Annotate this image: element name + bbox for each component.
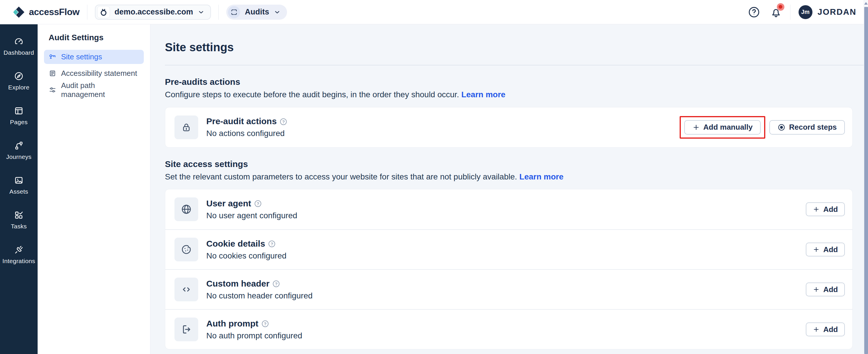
- row-subtitle: No user agent configured: [206, 211, 297, 220]
- site-selector-dropdown[interactable]: demo.accessibe.com: [95, 5, 211, 20]
- card-subtitle: No actions configured: [206, 129, 287, 138]
- cookie-icon: [175, 238, 198, 261]
- sidebar-item-assets[interactable]: Assets: [0, 175, 38, 195]
- plus-icon: [813, 286, 820, 293]
- add-manually-button[interactable]: Add manually: [684, 120, 761, 135]
- settings-sidebar: Audit Settings Site settings: [38, 24, 151, 354]
- settings-nav-label: Site settings: [61, 52, 102, 61]
- sidebar-item-tasks[interactable]: Tasks: [0, 210, 38, 230]
- settings-nav-accessibility-statement[interactable]: Accessibility statement: [44, 66, 144, 81]
- sidebar-item-pages[interactable]: Pages: [0, 106, 38, 126]
- auth-prompt-row: Auth prompt ? No auth prompt configured …: [165, 309, 852, 349]
- logout-icon: [175, 318, 198, 341]
- main-content: Site settings Pre-audits actions Configu…: [151, 24, 868, 354]
- tasks-check-icon: [14, 210, 24, 220]
- plus-icon: [692, 124, 700, 131]
- row-title: Custom header: [206, 279, 269, 289]
- record-steps-button[interactable]: Record steps: [769, 120, 845, 135]
- primary-sidebar: Dashboard Explore Pages: [0, 24, 38, 354]
- add-user-agent-button[interactable]: Add: [806, 202, 845, 216]
- section-selector-dropdown[interactable]: Audits: [226, 5, 287, 20]
- row-subtitle: No cookies configured: [206, 251, 286, 261]
- sidebar-item-integrations[interactable]: Integrations: [0, 245, 38, 265]
- scrollbar[interactable]: [864, 0, 868, 354]
- scan-icon: [228, 6, 240, 18]
- code-icon: [175, 277, 198, 301]
- info-icon[interactable]: ?: [255, 200, 261, 207]
- chevron-down-icon: [197, 9, 205, 16]
- info-icon[interactable]: ?: [269, 240, 275, 247]
- plus-icon: [813, 246, 820, 253]
- key-icon: [49, 53, 56, 61]
- divider: [790, 5, 790, 20]
- compass-icon: [14, 71, 24, 81]
- speedometer-icon: [14, 36, 24, 46]
- site-access-heading: Site access settings: [165, 159, 852, 169]
- help-circle-icon: [748, 6, 760, 18]
- divider: [87, 5, 87, 20]
- sidebar-item-explore[interactable]: Explore: [0, 71, 38, 91]
- plus-icon: [813, 206, 820, 213]
- user-name: JORDAN: [818, 7, 857, 17]
- app-window: accessFlow demo.accessibe.com: [0, 0, 868, 354]
- document-icon: [49, 69, 56, 77]
- section-selector-value: Audits: [245, 7, 269, 17]
- site-access-description: Set the relevant custom parameters to ac…: [165, 172, 852, 182]
- brand-logo: accessFlow: [13, 6, 80, 18]
- add-cookie-button[interactable]: Add: [806, 242, 845, 257]
- info-icon[interactable]: ?: [273, 281, 279, 287]
- red-highlight-annotation: Add manually: [680, 116, 765, 139]
- learn-more-link[interactable]: Learn more: [519, 172, 564, 181]
- scrollbar-thumb[interactable]: [864, 7, 868, 354]
- sidebar-item-journeys[interactable]: Journeys: [0, 141, 38, 160]
- avatar: Jm: [799, 5, 812, 19]
- notifications-button[interactable]: [770, 6, 782, 18]
- top-bar: accessFlow demo.accessibe.com: [0, 0, 868, 24]
- settings-nav-label: Audit path management: [61, 81, 139, 99]
- plug-icon: [14, 245, 24, 255]
- settings-nav-audit-path-management[interactable]: Audit path management: [44, 83, 144, 97]
- user-menu[interactable]: Jm JORDAN: [799, 5, 857, 19]
- site-access-card: User agent ? No user agent configured Ad…: [165, 189, 852, 349]
- chevron-down-icon: [274, 9, 281, 16]
- learn-more-link[interactable]: Learn more: [461, 90, 505, 99]
- help-button[interactable]: [748, 6, 760, 18]
- cookie-details-row: Cookie details ? No cookies configured A…: [165, 229, 852, 269]
- pre-audits-heading: Pre-audits actions: [165, 77, 852, 87]
- brand-name: accessFlow: [29, 7, 80, 18]
- row-subtitle: No auth prompt configured: [206, 331, 302, 341]
- site-selector-value: demo.accessibe.com: [115, 7, 193, 17]
- path-icon: [14, 141, 24, 150]
- info-icon[interactable]: ?: [262, 320, 269, 327]
- add-auth-prompt-button[interactable]: Add: [806, 322, 845, 336]
- sidebar-item-dashboard[interactable]: Dashboard: [0, 36, 38, 56]
- browser-window-icon: [14, 106, 24, 116]
- plus-icon: [813, 326, 820, 333]
- card-title: Pre-audit actions: [206, 116, 277, 126]
- brand-logo-icon: [13, 6, 25, 18]
- add-custom-header-button[interactable]: Add: [806, 283, 845, 296]
- info-icon[interactable]: ?: [280, 118, 287, 125]
- scrollbar-up-arrow[interactable]: [864, 2, 868, 5]
- globe-icon: [175, 198, 198, 221]
- pre-audit-actions-row: Pre-audit actions ? No actions configure…: [165, 108, 852, 147]
- row-title: User agent: [206, 199, 251, 208]
- lock-icon: [175, 116, 198, 139]
- divider: [165, 65, 868, 65]
- row-title: Cookie details: [206, 239, 265, 248]
- pre-audits-description: Configure steps to execute before the au…: [165, 90, 852, 99]
- pre-audit-actions-card: Pre-audit actions ? No actions configure…: [165, 107, 852, 148]
- settings-sidebar-title: Audit Settings: [44, 33, 144, 42]
- site-favicon-icon: [97, 6, 110, 18]
- row-title: Auth prompt: [206, 319, 258, 328]
- custom-header-row: Custom header ? No custom header configu…: [165, 269, 852, 309]
- settings-nav-label: Accessibility statement: [61, 69, 137, 78]
- settings-nav-site-settings[interactable]: Site settings: [44, 50, 144, 64]
- image-icon: [14, 175, 24, 185]
- record-icon: [777, 123, 785, 131]
- row-subtitle: No custom header configured: [206, 291, 312, 300]
- sliders-icon: [49, 86, 56, 94]
- page-title: Site settings: [165, 40, 852, 54]
- divider: [218, 5, 219, 20]
- notification-badge: [777, 3, 784, 11]
